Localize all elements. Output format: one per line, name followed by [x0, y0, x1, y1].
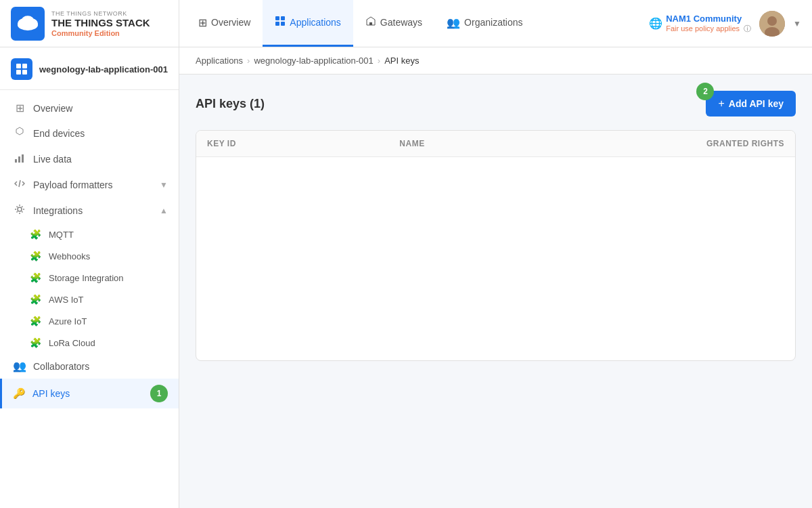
top-navigation: THE THINGS NETWORK THE THINGS STACK Comm… [0, 0, 812, 47]
api-keys-badge: 1 [150, 385, 168, 402]
main-content: Applications › wegnology-lab-application… [179, 47, 812, 508]
nav-tabs: ⊞ Overview Applications Gateways 👥 Organ… [179, 0, 649, 47]
storage-integration-icon: 🧩 [28, 272, 42, 283]
breadcrumb: Applications › wegnology-lab-application… [179, 47, 812, 75]
sidebar-item-live-data[interactable]: Live data [0, 146, 179, 172]
region-name: NAM1 Community [666, 14, 742, 24]
sidebar-item-integrations[interactable]: Integrations ▲ [0, 198, 179, 224]
payload-formatters-icon [13, 178, 26, 192]
svg-rect-13 [16, 64, 21, 68]
organizations-nav-icon: 👥 [447, 16, 460, 29]
sidebar-storage-label: Storage Integration [49, 273, 124, 283]
sidebar-end-devices-label: End devices [33, 128, 85, 139]
sidebar-webhooks-label: Webhooks [49, 251, 90, 261]
svg-rect-6 [281, 16, 285, 20]
brand-subtitle: Community Edition [51, 29, 150, 37]
sidebar-item-mqtt[interactable]: 🧩 MQTT [0, 224, 179, 245]
cloud-logo-icon [11, 7, 45, 41]
region-info: 🌐 NAM1 Community Fair use policy applies… [649, 14, 751, 34]
breadcrumb-sep-1: › [247, 56, 250, 66]
integrations-icon [13, 204, 26, 217]
tab-applications-label: Applications [290, 17, 341, 28]
tab-gateways[interactable]: Gateways [353, 0, 434, 47]
overview-icon: ⊞ [13, 102, 26, 114]
sidebar-collaborators-label: Collaborators [33, 361, 89, 372]
app-icon [11, 58, 32, 80]
sidebar-item-storage-integration[interactable]: 🧩 Storage Integration [0, 267, 179, 289]
add-api-key-button[interactable]: + Add API key [706, 91, 796, 117]
tab-overview-label: Overview [211, 17, 250, 28]
payload-formatters-expand-icon: ▼ [160, 180, 168, 190]
svg-rect-7 [275, 22, 279, 26]
nav-right: 🌐 NAM1 Community Fair use policy applies… [649, 11, 812, 37]
svg-rect-5 [275, 16, 279, 20]
sidebar-app-header: wegnology-lab-application-001 [0, 47, 179, 90]
sidebar-item-end-devices[interactable]: End devices [0, 121, 179, 146]
mqtt-icon: 🧩 [28, 229, 42, 240]
end-devices-icon [13, 127, 26, 140]
sidebar-app-name: wegnology-lab-application-001 [39, 64, 168, 75]
avatar[interactable] [759, 11, 785, 37]
globe-icon: 🌐 [649, 17, 662, 30]
sidebar-aws-iot-label: AWS IoT [49, 295, 84, 305]
sidebar-item-azure-iot[interactable]: 🧩 Azure IoT [0, 310, 179, 332]
add-api-key-wrapper: 2 + Add API key [706, 91, 796, 117]
sidebar-item-collaborators[interactable]: 👥 Collaborators [0, 354, 179, 379]
page-header: API keys (1) 2 + Add API key [196, 91, 796, 117]
sidebar-payload-formatters-label: Payload formatters [33, 179, 113, 190]
svg-point-4 [21, 16, 35, 27]
applications-nav-icon [275, 16, 286, 29]
content-area: API keys (1) 2 + Add API key Key ID Name… [179, 75, 812, 377]
sidebar-api-keys-label: API keys [32, 388, 70, 399]
tab-gateways-label: Gateways [380, 17, 422, 28]
svg-rect-15 [16, 70, 21, 75]
col-granted-rights: Granted Rights [592, 139, 784, 148]
sidebar-integrations-label: Integrations [33, 205, 83, 216]
fair-use-label: Fair use policy applies ⓘ [666, 24, 751, 34]
collaborators-icon: 👥 [13, 360, 26, 373]
sidebar-azure-iot-label: Azure IoT [49, 316, 87, 326]
sidebar-nav: ⊞ Overview End devices Live data [0, 90, 179, 414]
sidebar-item-webhooks[interactable]: 🧩 Webhooks [0, 245, 179, 267]
tab-overview[interactable]: ⊞ Overview [186, 0, 263, 47]
svg-point-11 [767, 16, 777, 26]
integrations-expand-icon: ▲ [160, 206, 168, 215]
col-name: Name [399, 139, 591, 148]
svg-rect-19 [22, 154, 24, 163]
sidebar-item-lora-cloud[interactable]: 🧩 LoRa Cloud [0, 332, 179, 354]
brand-text: THE THINGS NETWORK THE THINGS STACK Comm… [51, 10, 150, 37]
svg-rect-14 [22, 64, 27, 68]
col-key-id: Key ID [207, 139, 399, 148]
sidebar-item-overview[interactable]: ⊞ Overview [0, 96, 179, 121]
lora-cloud-icon: 🧩 [28, 337, 42, 348]
svg-rect-18 [18, 156, 20, 163]
api-keys-table: Key ID Name Granted Rights [196, 130, 796, 361]
svg-rect-8 [281, 22, 285, 26]
brand-title: THE THINGS STACK [51, 17, 150, 29]
sidebar: wegnology-lab-application-001 ⊞ Overview… [0, 47, 179, 508]
breadcrumb-applications[interactable]: Applications [196, 56, 243, 66]
gateways-nav-icon [365, 16, 376, 29]
overview-nav-icon: ⊞ [198, 16, 207, 29]
svg-rect-16 [22, 70, 27, 75]
sidebar-item-payload-formatters[interactable]: Payload formatters ▼ [0, 172, 179, 198]
svg-point-20 [18, 207, 22, 211]
sidebar-item-aws-iot[interactable]: 🧩 AWS IoT [0, 289, 179, 310]
breadcrumb-sep-2: › [378, 56, 380, 66]
svg-rect-9 [369, 22, 372, 25]
avatar-chevron-icon[interactable]: ▼ [793, 19, 801, 28]
tab-applications[interactable]: Applications [263, 0, 353, 47]
tab-organizations[interactable]: 👥 Organizations [434, 0, 535, 47]
live-data-icon [13, 152, 26, 166]
breadcrumb-app-name[interactable]: wegnology-lab-application-001 [254, 56, 373, 66]
add-icon: + [718, 98, 724, 110]
sidebar-item-api-keys[interactable]: 🔑 API keys 1 [0, 379, 179, 408]
add-api-key-label: Add API key [729, 98, 784, 109]
api-keys-icon: 🔑 [13, 387, 26, 400]
table-body [196, 157, 795, 360]
sidebar-overview-label: Overview [33, 103, 72, 114]
webhooks-icon: 🧩 [28, 251, 42, 261]
tab-organizations-label: Organizations [464, 17, 522, 28]
sidebar-live-data-label: Live data [33, 154, 72, 165]
page-layout: wegnology-lab-application-001 ⊞ Overview… [0, 0, 812, 508]
